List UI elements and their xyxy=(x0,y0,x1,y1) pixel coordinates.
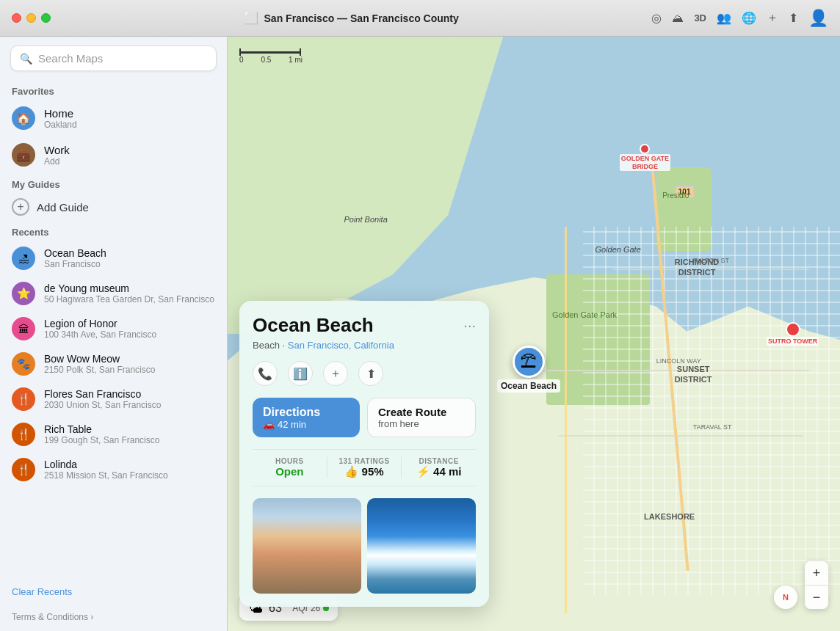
compass[interactable]: N xyxy=(774,586,797,609)
titlebar-icons: ◎ ⛰ 3D 👥 🌐 ＋ ⬆ 👤 xyxy=(651,9,828,28)
ocean-beach-pin-label: Ocean Beach xyxy=(497,379,560,393)
gg-bridge-dot xyxy=(640,144,650,154)
card-type: Beach xyxy=(253,340,280,351)
work-label: Work xyxy=(44,144,70,156)
share-card-button[interactable]: ⬆ xyxy=(358,361,383,386)
terms-link[interactable]: Terms & Conditions › xyxy=(0,603,227,631)
card-photo-1[interactable] xyxy=(253,498,361,594)
recents-header: Recents xyxy=(0,221,227,241)
stat-distance: DISTANCE ⚡ 44 mi xyxy=(402,457,476,478)
golden-gate-park-label: Golden Gate Park xyxy=(552,310,617,319)
photo-city xyxy=(253,498,361,594)
add-icon[interactable]: ＋ xyxy=(767,10,778,26)
titlebar-center: ⬜ San Francisco — San Francisco County xyxy=(59,11,642,25)
sidebar: 🔍 Search Maps Favorites 🏠 Home Oakland 💼… xyxy=(0,37,228,631)
add-guide-item[interactable]: + Add Guide xyxy=(0,193,227,221)
golden-gate-strait-label: Golden Gate xyxy=(595,245,640,254)
map-area[interactable]: 101 Golden Gate Park Presidio RICHMONDDI… xyxy=(228,37,840,631)
phone-button[interactable]: 📞 xyxy=(253,361,278,386)
zoom-controls: + − xyxy=(805,561,828,609)
card-actions: 📞 ℹ️ ＋ ⬆ xyxy=(253,361,476,386)
distance-value: ⚡ 44 mi xyxy=(408,465,470,478)
sidebar-toggle-icon[interactable]: ⬜ xyxy=(244,11,258,25)
photo-wave xyxy=(367,498,476,594)
card-dot: · xyxy=(283,340,288,351)
ocean-beach-pin[interactable]: ⛱ Ocean Beach xyxy=(497,346,560,393)
favorites-header: Favorites xyxy=(0,80,227,100)
search-placeholder: Search Maps xyxy=(38,52,103,65)
user-avatar[interactable]: 👤 xyxy=(808,9,828,28)
minimize-button[interactable] xyxy=(26,13,36,23)
sunset-blvd-road xyxy=(565,227,567,613)
search-bar[interactable]: 🔍 Search Maps xyxy=(10,45,217,71)
recent-flores[interactable]: 🍴 Flores San Francisco 2030 Union St, Sa… xyxy=(0,382,227,417)
richtable-address: 199 Gough St, San Francisco xyxy=(44,435,159,445)
legion-address: 100 34th Ave, San Francisco xyxy=(44,329,156,340)
sidebar-item-work[interactable]: 💼 Work Add xyxy=(0,136,227,173)
gg-bridge-label: GOLDEN GATEBRIDGE xyxy=(620,154,670,172)
directions-text: Directions xyxy=(263,406,320,419)
ratings-percent: 95% xyxy=(362,465,384,478)
ocean-beach-address: San Francisco xyxy=(44,259,106,269)
taraval-road xyxy=(558,435,803,437)
ocean-beach-icon: 🏖 xyxy=(12,247,35,270)
deyoung-name: de Young museum xyxy=(44,282,214,294)
close-button[interactable] xyxy=(12,13,21,23)
recent-rich-table[interactable]: 🍴 Rich Table 199 Gough St, San Francisco xyxy=(0,417,227,452)
sunset-district-label: SUNSETDISTRICT xyxy=(675,364,712,385)
directions-label: Directions xyxy=(263,406,350,419)
create-route-button[interactable]: Create Route from here xyxy=(367,398,476,437)
thumbs-up-icon: 👍 xyxy=(344,465,358,478)
location-icon[interactable]: ◎ xyxy=(651,11,662,25)
info-button[interactable]: ℹ️ xyxy=(288,361,313,386)
ocean-beach-name: Ocean Beach xyxy=(44,247,106,259)
hours-value: Open xyxy=(258,465,321,478)
recent-legion[interactable]: 🏛 Legion of Honor 100 34th Ave, San Fran… xyxy=(0,311,227,346)
richtable-icon: 🍴 xyxy=(12,423,35,446)
card-more-button[interactable]: ··· xyxy=(463,317,476,334)
window-title: San Francisco — San Francisco County xyxy=(264,12,459,24)
map-icon[interactable]: ⛰ xyxy=(672,12,684,25)
bowwow-icon: 🐾 xyxy=(12,352,35,376)
legion-icon: 🏛 xyxy=(12,317,35,340)
golden-gate-bridge-marker[interactable]: GOLDEN GATEBRIDGE xyxy=(620,144,670,172)
card-location-link[interactable]: San Francisco, California xyxy=(288,340,394,351)
card-photo-2[interactable] xyxy=(367,498,476,594)
flores-address: 2030 Union St, San Francisco xyxy=(44,400,161,410)
sidebar-item-home[interactable]: 🏠 Home Oakland xyxy=(0,100,227,136)
card-stats: HOURS Open 131 RATINGS 👍 95% DISTANCE ⚡ … xyxy=(253,449,476,486)
recent-ocean-beach[interactable]: 🏖 Ocean Beach San Francisco xyxy=(0,241,227,276)
threed-button[interactable]: 3D xyxy=(694,12,706,23)
card-header: Ocean Beach ··· xyxy=(253,314,476,337)
detail-card: Ocean Beach ··· Beach · San Francisco, C… xyxy=(239,301,489,607)
directions-button[interactable]: Directions 🚗 42 min xyxy=(253,398,360,437)
home-label: Home xyxy=(44,107,77,120)
deyoung-icon: ⭐ xyxy=(12,282,35,305)
share-directions-icon[interactable]: 👥 xyxy=(717,11,731,25)
directions-time-value: 42 min xyxy=(278,419,306,430)
zoom-in-button[interactable]: + xyxy=(805,561,828,585)
stat-ratings: 131 RATINGS 👍 95% xyxy=(327,457,402,478)
zoom-out-button[interactable]: − xyxy=(805,586,828,609)
ratings-label: 131 RATINGS xyxy=(333,457,396,465)
add-button[interactable]: ＋ xyxy=(323,361,348,386)
clear-recents-button[interactable]: Clear Recents xyxy=(0,580,227,603)
share-icon[interactable]: ⬆ xyxy=(789,11,798,25)
work-icon: 💼 xyxy=(12,143,35,167)
recent-deyoung[interactable]: ⭐ de Young museum 50 Hagiwara Tea Garden… xyxy=(0,276,227,311)
lolinda-name: Lolinda xyxy=(44,459,168,470)
globe-icon[interactable]: 🌐 xyxy=(742,11,756,25)
recent-bowwow[interactable]: 🐾 Bow Wow Meow 2150 Polk St, San Francis… xyxy=(0,346,227,382)
home-sublabel: Oakland xyxy=(44,120,77,130)
scale-bar: 0 0.5 1 mi xyxy=(239,48,303,64)
search-icon: 🔍 xyxy=(20,53,32,65)
scale-0: 0 xyxy=(239,56,244,64)
lolinda-icon: 🍴 xyxy=(12,458,35,481)
card-photos xyxy=(253,498,476,594)
maximize-button[interactable] xyxy=(41,13,51,23)
legion-name: Legion of Honor xyxy=(44,318,156,329)
card-title: Ocean Beach xyxy=(253,314,374,337)
lakeshore-label: LAKESHORE xyxy=(644,512,695,521)
sutro-tower-marker[interactable]: SUTRO TOWER xyxy=(767,322,819,346)
recent-lolinda[interactable]: 🍴 Lolinda 2518 Mission St, San Francisco xyxy=(0,452,227,487)
